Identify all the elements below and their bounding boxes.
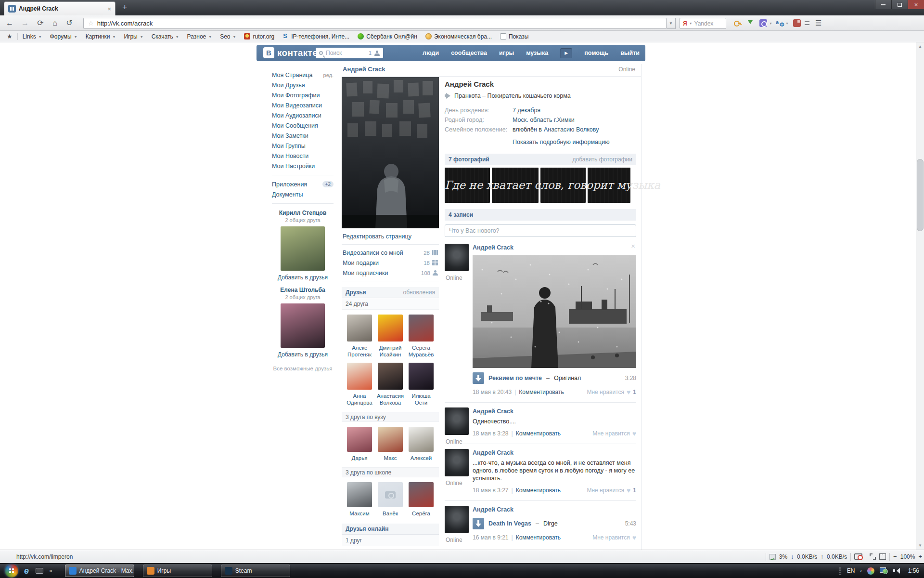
sidebar-link[interactable]: Мои Группы <box>272 143 306 149</box>
browser-tab[interactable]: Андрей Crack <box>4 1 116 15</box>
friend-photo[interactable] <box>347 363 372 390</box>
friend-name-link[interactable]: АннаОдинцова <box>345 393 374 406</box>
show-more-info-link[interactable]: Показать подробную информацию <box>513 139 610 145</box>
friend-photo[interactable] <box>378 363 403 390</box>
photo-thumbnail[interactable] <box>540 168 586 203</box>
wall-posts-count[interactable]: 4 записи <box>449 211 473 218</box>
zoom-out-button[interactable]: − <box>893 553 897 560</box>
counter-link[interactable]: Видеозаписи со мной <box>343 250 403 256</box>
comment-link[interactable]: Комментировать <box>519 389 564 395</box>
post-close-icon[interactable] <box>631 242 635 250</box>
field-value-link[interactable]: 7 декабря <box>513 107 540 114</box>
reload-button[interactable] <box>34 17 47 29</box>
friend-photo[interactable] <box>378 315 403 342</box>
tray-app-icon[interactable] <box>867 567 874 575</box>
friend-name-link[interactable]: Ванёк <box>375 510 405 517</box>
start-button[interactable] <box>5 564 18 578</box>
sidebar-link[interactable]: Мои Заметки <box>272 132 308 139</box>
bookmark-item[interactable]: Seo <box>220 33 236 40</box>
friend-name-link[interactable]: АнастасияВолкова <box>375 393 405 406</box>
back-button[interactable] <box>3 17 16 29</box>
home-button[interactable] <box>48 17 62 29</box>
scrollbar[interactable] <box>916 42 924 550</box>
post-author-link[interactable]: Андрей Crack <box>473 408 513 415</box>
scroll-down-icon[interactable] <box>916 541 924 550</box>
field-value-link[interactable]: Анастасию Волкову <box>544 126 599 133</box>
nav-item-помощь[interactable]: помощь <box>584 50 608 56</box>
more-tools-icon[interactable] <box>805 21 809 25</box>
like-button[interactable]: Мне нравится <box>592 430 636 437</box>
bookmark-item[interactable]: IP-телефония, Инте... <box>282 33 349 40</box>
audio-play-icon[interactable] <box>473 372 484 384</box>
extension-icon[interactable] <box>793 19 801 27</box>
screenshot-tool-icon[interactable] <box>854 553 862 560</box>
friend-photo[interactable] <box>347 427 372 452</box>
suggestion-photo[interactable] <box>281 226 325 271</box>
undo-button[interactable] <box>63 17 76 29</box>
suggestion-photo[interactable] <box>281 303 325 348</box>
counter-row[interactable]: Мои подарки18 <box>342 258 439 268</box>
friend-name-link[interactable]: ДмитрийИсайкин <box>375 344 405 358</box>
sidebar-link[interactable]: Моя Страница <box>272 72 312 79</box>
language-indicator[interactable]: EN <box>847 567 855 574</box>
friend-photo[interactable] <box>378 427 403 452</box>
friend-name-link[interactable]: АлексПротеняк <box>345 344 374 358</box>
add-friend-link[interactable]: Добавить в друзья <box>278 274 328 281</box>
profile-photo[interactable] <box>342 77 439 228</box>
online-friends-title[interactable]: Друзья онлайн <box>346 525 388 532</box>
post-author-link[interactable]: Андрей Crack <box>473 244 513 251</box>
like-button[interactable]: Мне нравится1 <box>587 487 636 494</box>
photos-count-title[interactable]: 7 фотографий <box>449 156 489 163</box>
post-author-link[interactable]: Андрей Crack <box>473 506 513 513</box>
counter-link[interactable]: Мои подписчики <box>343 270 388 276</box>
field-value-link[interactable]: Моск. область г.Химки <box>513 117 575 123</box>
nav-item-игры[interactable]: игры <box>499 50 514 56</box>
list-menu-icon[interactable] <box>815 19 823 27</box>
sidebar-link[interactable]: Мои Фотографии <box>272 92 320 99</box>
post-author-link[interactable]: Андрей Crack <box>473 449 513 456</box>
sidebar-link[interactable]: Мои Сообщения <box>272 122 318 129</box>
like-button[interactable]: Мне нравится <box>592 534 636 541</box>
nav-item-выйти[interactable]: выйти <box>620 50 640 56</box>
bookmark-star-icon[interactable] <box>88 20 94 27</box>
volume-icon[interactable] <box>893 567 900 574</box>
address-bar[interactable]: http://vk.com/acrack <box>83 18 667 29</box>
friend-photo[interactable] <box>409 363 434 390</box>
comment-link[interactable]: Комментировать <box>516 534 561 541</box>
zoom-in-button[interactable]: + <box>918 553 922 560</box>
post-author-avatar[interactable] <box>445 506 469 533</box>
friends-updates-link[interactable]: обновления <box>403 289 435 296</box>
bookmark-item[interactable]: Экономическая бра... <box>425 33 492 40</box>
sidebar-link[interactable]: Приложения <box>272 181 307 188</box>
photo-thumbnail[interactable] <box>588 168 630 203</box>
bookmark-item[interactable]: Сбербанк Онл@йн <box>358 33 417 40</box>
audio-title-link[interactable]: Death In Vegas <box>488 520 531 527</box>
counter-row[interactable]: Видеозаписи со мной28 <box>342 248 439 258</box>
sidebar-link[interactable]: Мои Новости <box>272 153 308 159</box>
download-helper-icon[interactable] <box>746 19 754 27</box>
friend-photo[interactable] <box>409 482 434 507</box>
camera-dropdown-icon[interactable] <box>769 22 773 26</box>
zoom-level[interactable]: 100% <box>900 553 915 560</box>
friend-name-link[interactable]: Дарья <box>345 455 374 461</box>
maximize-button[interactable] <box>891 0 908 9</box>
bookmark-item[interactable]: Разное <box>187 33 212 40</box>
search-engine-box[interactable]: Я Yandex <box>680 18 726 29</box>
friend-name-link[interactable]: Алексей <box>406 455 436 461</box>
comment-link[interactable]: Комментировать <box>516 487 561 494</box>
fullscreen-icon[interactable] <box>870 553 876 560</box>
taskbar-app-button[interactable]: Steam <box>221 565 290 577</box>
sidebar-link[interactable]: Мои Видеозаписи <box>272 102 322 109</box>
bookmark-item[interactable]: Показы <box>500 33 528 40</box>
nav-item-люди[interactable]: люди <box>423 50 439 56</box>
network-icon[interactable] <box>880 567 888 574</box>
post-author-avatar[interactable] <box>445 407 469 435</box>
sidebar-link[interactable]: Мои Друзья <box>272 82 305 89</box>
translate-icon[interactable] <box>776 19 783 27</box>
status-update-input[interactable]: Что у Вас нового? <box>445 224 636 237</box>
vk-search-input[interactable]: Поиск 1 <box>316 48 383 58</box>
suggestion-name-link[interactable]: Елена Штольба <box>272 287 334 293</box>
comment-link[interactable]: Комментировать <box>516 430 561 437</box>
bookmark-item[interactable]: rutor.org <box>244 33 274 40</box>
explorer-window-icon[interactable] <box>36 568 43 574</box>
